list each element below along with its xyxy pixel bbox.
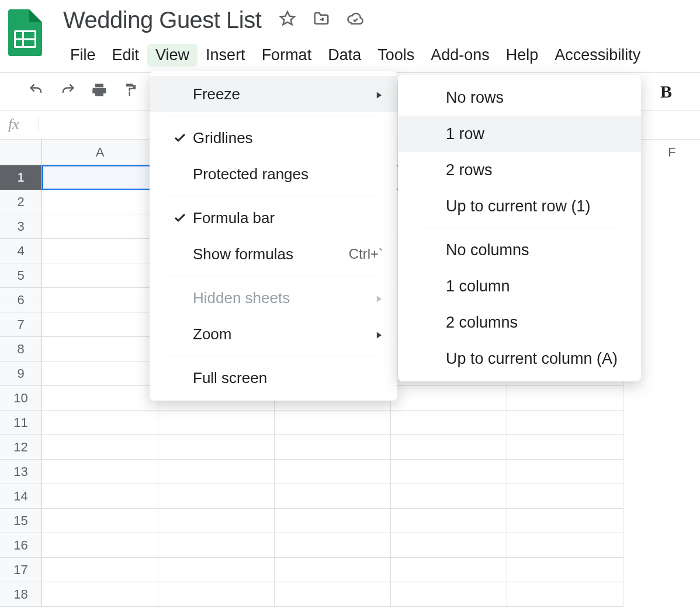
menu-tools[interactable]: Tools [369, 44, 422, 67]
cell[interactable] [507, 509, 623, 533]
row-header-8[interactable]: 8 [0, 337, 42, 361]
column-header-A[interactable]: A [42, 140, 158, 165]
view-item-full-screen[interactable]: Full screen [150, 360, 397, 396]
row-header-14[interactable]: 14 [0, 484, 42, 509]
view-item-freeze[interactable]: Freeze [150, 76, 397, 112]
column-header-F[interactable]: F [654, 140, 689, 165]
paint-format-icon[interactable] [123, 82, 139, 102]
freeze-item-no-rows[interactable]: No rows [398, 79, 641, 116]
row-header-2[interactable]: 2 [0, 190, 42, 214]
menu-accessibility[interactable]: Accessibility [546, 44, 649, 67]
row-header-1[interactable]: 1 [0, 165, 42, 190]
cloud-saved-icon[interactable] [346, 10, 364, 31]
row-header-10[interactable]: 10 [0, 386, 42, 411]
cell[interactable] [391, 558, 507, 582]
cell[interactable] [275, 411, 391, 435]
cell[interactable] [507, 582, 623, 607]
row-header-12[interactable]: 12 [0, 435, 42, 460]
star-icon[interactable] [279, 10, 296, 31]
freeze-item-2-rows[interactable]: 2 rows [398, 152, 641, 188]
freeze-item-no-columns[interactable]: No columns [398, 232, 641, 268]
view-item-show-formulas[interactable]: Show formulasCtrl+` [150, 236, 397, 272]
menu-add-ons[interactable]: Add-ons [422, 44, 498, 67]
cell[interactable] [158, 509, 275, 533]
view-item-gridlines[interactable]: Gridlines [150, 120, 397, 156]
cell[interactable] [391, 411, 507, 435]
cell[interactable] [42, 312, 158, 337]
freeze-item-2-columns[interactable]: 2 columns [398, 304, 641, 340]
select-all-corner[interactable] [0, 140, 42, 165]
menu-file[interactable]: File [62, 44, 104, 67]
menu-insert[interactable]: Insert [197, 44, 254, 67]
cell[interactable] [158, 435, 275, 460]
cell[interactable] [158, 533, 275, 558]
cell[interactable] [507, 386, 623, 411]
cell[interactable] [42, 288, 158, 312]
cell[interactable] [42, 509, 158, 533]
menu-help[interactable]: Help [498, 44, 547, 67]
cell[interactable] [42, 239, 158, 263]
cell[interactable] [391, 509, 507, 533]
cell[interactable] [42, 460, 158, 484]
cell[interactable] [507, 558, 623, 582]
cell[interactable] [275, 484, 391, 509]
print-icon[interactable] [91, 82, 108, 102]
cell[interactable] [42, 386, 158, 411]
cell[interactable] [42, 484, 158, 509]
cell[interactable] [275, 558, 391, 582]
cell[interactable] [42, 411, 158, 435]
cell[interactable] [42, 214, 158, 239]
cell[interactable] [507, 411, 623, 435]
cell[interactable] [391, 533, 507, 558]
row-header-5[interactable]: 5 [0, 263, 42, 288]
cell[interactable] [391, 386, 507, 411]
cell[interactable] [42, 582, 158, 607]
menu-format[interactable]: Format [254, 44, 320, 67]
cell[interactable] [42, 533, 158, 558]
freeze-item-up-to-current-row-1[interactable]: Up to current row (1) [398, 188, 641, 224]
cell[interactable] [275, 460, 391, 484]
cell[interactable] [42, 263, 158, 288]
menu-edit[interactable]: Edit [104, 44, 148, 67]
view-item-formula-bar[interactable]: Formula bar [150, 200, 397, 236]
cell[interactable] [158, 460, 275, 484]
row-header-4[interactable]: 4 [0, 239, 42, 263]
row-header-3[interactable]: 3 [0, 214, 42, 239]
cell[interactable] [42, 190, 158, 214]
cell[interactable] [391, 435, 507, 460]
view-item-protected-ranges[interactable]: Protected ranges [150, 156, 397, 192]
cell[interactable] [275, 435, 391, 460]
cell[interactable] [158, 484, 275, 509]
row-header-7[interactable]: 7 [0, 312, 42, 337]
row-header-9[interactable]: 9 [0, 361, 42, 386]
freeze-item-up-to-current-column-a[interactable]: Up to current column (A) [398, 340, 641, 377]
cell[interactable] [42, 558, 158, 582]
sheets-app-icon[interactable] [8, 9, 42, 56]
row-header-15[interactable]: 15 [0, 509, 42, 533]
row-header-18[interactable]: 18 [0, 582, 42, 607]
row-header-6[interactable]: 6 [0, 288, 42, 312]
row-header-13[interactable]: 13 [0, 460, 42, 484]
row-header-16[interactable]: 16 [0, 533, 42, 558]
view-item-zoom[interactable]: Zoom [150, 316, 397, 352]
cell[interactable] [507, 435, 623, 460]
cell[interactable] [391, 484, 507, 509]
cell[interactable] [275, 509, 391, 533]
cell[interactable] [275, 533, 391, 558]
cell[interactable] [42, 165, 158, 190]
cell[interactable] [275, 582, 391, 607]
cell[interactable] [42, 337, 158, 361]
row-header-11[interactable]: 11 [0, 411, 42, 435]
cell[interactable] [158, 411, 275, 435]
menu-data[interactable]: Data [320, 44, 369, 67]
cell[interactable] [391, 582, 507, 607]
move-to-folder-icon[interactable] [313, 10, 330, 31]
cell[interactable] [507, 460, 623, 484]
redo-icon[interactable] [60, 82, 76, 102]
document-title[interactable]: Wedding Guest List [62, 7, 262, 33]
cell[interactable] [507, 533, 623, 558]
cell[interactable] [42, 435, 158, 460]
menu-view[interactable]: View [147, 44, 197, 67]
cell[interactable] [391, 460, 507, 484]
freeze-item-1-row[interactable]: 1 row [398, 116, 641, 152]
